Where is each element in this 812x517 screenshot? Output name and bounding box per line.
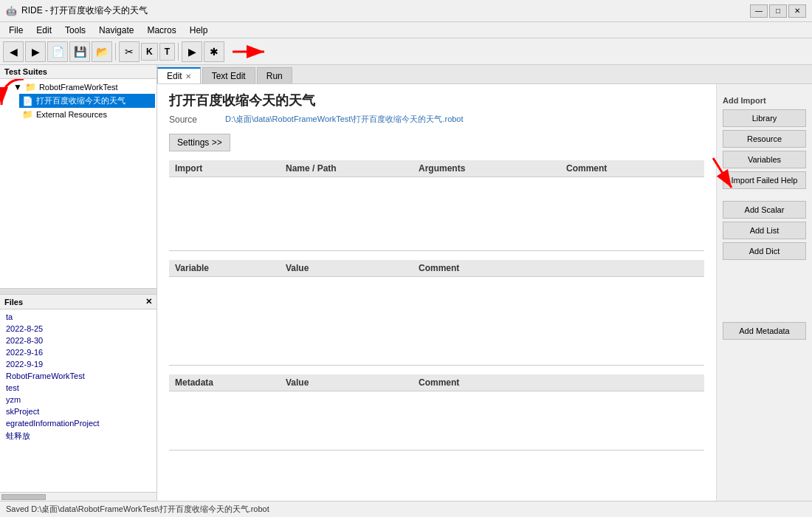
files-header: Files ✕ — [0, 295, 156, 309]
metadata-header-row: Metadata Value Comment — [169, 374, 704, 391]
tab-run[interactable]: Run — [257, 67, 292, 83]
tree-item-label-selected: 打开百度收缩今天的天气 — [36, 95, 125, 106]
menu-edit[interactable]: Edit — [30, 24, 58, 37]
minimize-button[interactable]: — — [750, 4, 768, 18]
files-section: Files ✕ ta 2022-8-25 2022-8-30 2022-9-16… — [0, 294, 156, 501]
files-list: ta 2022-8-25 2022-8-30 2022-9-16 2022-9-… — [0, 309, 156, 492]
resource-button[interactable]: Resource — [723, 130, 806, 148]
tree-area: ▼ 📁 RobotFrameWorkTest 📄 打开百度收缩今天的天气 — [0, 79, 156, 288]
menu-macros[interactable]: Macros — [141, 24, 182, 37]
tree-file-icon: 📄 — [22, 96, 33, 106]
add-metadata-button[interactable]: Add Metadata — [723, 322, 806, 340]
toolbar-back[interactable]: ◀ — [3, 41, 24, 62]
file-item-0[interactable]: 2022-8-25 — [1, 323, 155, 335]
metadata-body — [169, 391, 704, 451]
metadata-section: Metadata Value Comment — [169, 374, 704, 451]
tab-text-edit-label: Text Edit — [212, 71, 246, 81]
close-button[interactable]: ✕ — [788, 4, 806, 18]
tab-text-edit[interactable]: Text Edit — [202, 67, 255, 83]
import-failed-help-button[interactable]: Import Failed Help — [723, 171, 806, 189]
tab-edit[interactable]: Edit ✕ — [157, 67, 201, 83]
toolbar-cut[interactable]: ✂ — [119, 41, 140, 62]
file-item-9[interactable]: 蛙释放 — [1, 429, 155, 443]
file-item-2[interactable]: 2022-9-16 — [1, 346, 155, 358]
import-col4: Comment — [566, 163, 698, 174]
status-text: Saved D:\桌面\data\RobotFrameWorkTest\打开百度… — [6, 504, 269, 515]
tree-item-root[interactable]: ▼ 📁 RobotFrameWorkTest — [10, 81, 155, 94]
toolbar-t[interactable]: T — [159, 43, 175, 61]
variable-body — [169, 277, 704, 366]
toolbar-forward[interactable]: ▶ — [25, 41, 46, 62]
add-list-button[interactable]: Add List — [723, 222, 806, 239]
metadata-col2: Value — [286, 377, 419, 388]
tree-folder-icon: 📁 — [25, 82, 36, 92]
files-hscroll[interactable] — [0, 492, 156, 501]
files-close-icon[interactable]: ✕ — [145, 297, 152, 307]
files-label: Files — [4, 298, 23, 307]
menu-tools[interactable]: Tools — [59, 24, 92, 37]
toolbar-sep-1 — [115, 43, 116, 61]
main-layout: Test Suites ▼ 📁 RobotFrameWorkTest — [0, 65, 812, 501]
toolbar-new[interactable]: 📄 — [47, 41, 68, 62]
sidebar-scroll[interactable] — [0, 288, 156, 294]
tree-item-label-root: RobotFrameWorkTest — [39, 83, 118, 92]
test-suites-label: Test Suites — [4, 67, 47, 76]
content-area: 打开百度收缩今天的天气 Source D:\桌面\data\RobotFrame… — [157, 84, 812, 501]
menu-bar: File Edit Tools Navigate Macros Help — [0, 22, 812, 38]
metadata-col3: Comment — [419, 377, 698, 388]
tree-item-label-external: External Resources — [36, 110, 107, 119]
maximize-button[interactable]: □ — [769, 4, 787, 18]
tree-external-icon: 📁 — [22, 109, 33, 120]
variable-buttons-group: Add Scalar Add List Add Dict — [723, 201, 806, 260]
right-content: Edit ✕ Text Edit Run 打开百度收缩今天的天气 Source … — [157, 65, 812, 501]
source-label: Source — [169, 114, 213, 125]
add-import-label: Add Import — [723, 96, 806, 105]
page-title: 打开百度收缩今天的天气 — [169, 92, 704, 109]
variables-button[interactable]: Variables — [723, 151, 806, 168]
toolbar-settings[interactable]: ✱ — [204, 41, 224, 62]
file-item-6[interactable]: yzm — [1, 394, 155, 405]
title-bar-text: RIDE - 打开百度收缩今天的天气 — [21, 4, 148, 17]
file-item-1[interactable]: 2022-8-30 — [1, 335, 155, 346]
toolbar-k[interactable]: K — [141, 43, 158, 61]
add-dict-button[interactable]: Add Dict — [723, 242, 806, 260]
variable-header-row: Variable Value Comment — [169, 260, 704, 277]
import-col3: Arguments — [419, 163, 566, 174]
import-col1: Import — [175, 163, 286, 174]
file-item-ta[interactable]: ta — [1, 311, 155, 323]
import-section: Import Name / Path Arguments Comment — [169, 160, 704, 251]
toolbar-run[interactable]: ▶ — [182, 41, 202, 62]
toolbar-open[interactable]: 📂 — [92, 41, 112, 62]
left-sidebar: Test Suites ▼ 📁 RobotFrameWorkTest — [0, 65, 157, 501]
file-item-7[interactable]: skProject — [1, 405, 155, 417]
tree-item-selected[interactable]: 📄 打开百度收缩今天的天气 — [19, 94, 155, 108]
variable-col2: Value — [286, 263, 419, 273]
tree-item-external[interactable]: 📁 External Resources — [19, 108, 155, 121]
menu-help[interactable]: Help — [184, 24, 214, 37]
tab-run-label: Run — [266, 71, 283, 81]
menu-file[interactable]: File — [3, 24, 29, 37]
test-suites-header: Test Suites — [0, 65, 156, 79]
settings-button[interactable]: Settings >> — [169, 134, 230, 151]
file-item-5[interactable]: test — [1, 382, 155, 394]
right-panel: Add Import Library Resource Variables Im… — [716, 84, 812, 501]
app-icon: 🤖 — [6, 6, 17, 16]
file-item-3[interactable]: 2022-9-19 — [1, 358, 155, 370]
menu-navigate[interactable]: Navigate — [93, 24, 140, 37]
variable-col1: Variable — [175, 263, 286, 273]
metadata-col1: Metadata — [175, 377, 286, 388]
tab-edit-label: Edit — [167, 71, 182, 81]
toolbar-save[interactable]: 💾 — [69, 41, 90, 62]
tabs: Edit ✕ Text Edit Run — [157, 65, 812, 84]
library-button[interactable]: Library — [723, 109, 806, 127]
file-item-8[interactable]: egratedInformationProject — [1, 417, 155, 429]
title-bar: 🤖 RIDE - 打开百度收缩今天的天气 — □ ✕ — [0, 0, 812, 22]
file-item-4[interactable]: RobotFrameWorkTest — [1, 370, 155, 382]
tab-edit-close[interactable]: ✕ — [185, 72, 191, 81]
tree-expand-icon: ▼ — [13, 82, 22, 92]
arrow-annotation-toolbar — [229, 38, 273, 65]
add-scalar-button[interactable]: Add Scalar — [723, 201, 806, 219]
toolbar-sep-2 — [178, 43, 179, 61]
tree-item-wrapper: 📄 打开百度收缩今天的天气 — [1, 94, 155, 108]
import-body — [169, 177, 704, 251]
